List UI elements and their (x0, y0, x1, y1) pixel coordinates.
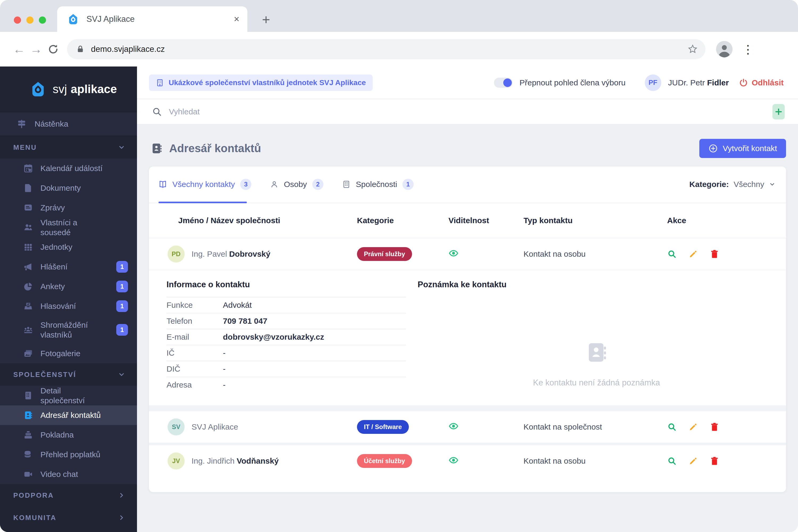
row-separator (149, 443, 786, 445)
sidebar-item-units[interactable]: Jednotky (0, 237, 137, 257)
main-area: Ukázkové společenství vlastníků jednotek… (137, 66, 798, 532)
new-tab-button[interactable]: + (262, 13, 270, 26)
user-first-name: JUDr. Petr (668, 78, 705, 87)
category-filter[interactable]: Kategorie: Všechny (689, 180, 775, 189)
visibility-eye-icon[interactable] (449, 421, 459, 431)
sidebar-item-messages[interactable]: Zprávy (0, 198, 137, 217)
sidebar-section-society[interactable]: SPOLEČENSTVÍ (0, 363, 137, 386)
quick-add-button[interactable] (773, 104, 785, 119)
contact-book-icon (151, 142, 163, 155)
column-header-actions: Akce (667, 216, 775, 225)
sidebar-item-dashboard[interactable]: Nástěnka (0, 112, 137, 136)
info-row: E-mail dobrovsky@vzorukazky.cz (167, 329, 406, 345)
delete-contact-icon[interactable] (710, 456, 719, 466)
sidebar-item-owners[interactable]: Vlastníci a sousedé (0, 217, 137, 237)
association-badge[interactable]: Ukázkové společenství vlastníků jednotek… (149, 75, 373, 91)
sidebar-section-contact-person[interactable]: KONTAKTNÍ OSOBA (0, 529, 137, 532)
sidebar-item-label: Jednotky (40, 242, 72, 252)
toggle-label: Přepnout pohled člena výboru (519, 78, 626, 87)
power-icon[interactable] (739, 78, 748, 87)
bookmark-star-icon[interactable] (687, 44, 698, 55)
browser-menu-icon[interactable]: ⋮ (742, 42, 754, 56)
edit-contact-icon[interactable] (688, 422, 698, 432)
create-contact-button[interactable]: Vytvořit kontakt (699, 139, 786, 158)
calendar-icon (23, 164, 33, 173)
sidebar-item-photo-gallery[interactable]: Fotogalerie (0, 344, 137, 363)
info-row: Adresa - (167, 377, 406, 393)
sidebar-section-community[interactable]: KOMUNITA (0, 507, 137, 529)
sidebar-item-polls[interactable]: Ankety 1 (0, 277, 137, 296)
url-bar[interactable]: demo.svjaplikace.cz (67, 39, 705, 59)
maximize-window-button[interactable] (39, 17, 46, 24)
lock-icon (76, 45, 84, 54)
sidebar-section-menu[interactable]: MENU (0, 136, 137, 158)
minimize-window-button[interactable] (26, 17, 34, 24)
plus-circle-icon (708, 144, 718, 153)
field-value: Advokát (223, 301, 252, 310)
edit-contact-icon[interactable] (688, 249, 698, 259)
back-button[interactable]: ← (11, 42, 28, 56)
note-empty-text: Ke kontaktu není žádná poznámka (533, 378, 660, 387)
search-bar (137, 99, 798, 124)
section-label: KOMUNITA (13, 514, 56, 522)
tab-close-icon[interactable]: × (234, 14, 240, 24)
window-controls[interactable] (14, 17, 46, 24)
tab-persons[interactable]: Osoby 2 (270, 179, 323, 190)
table-row[interactable]: PD Ing. PavelDobrovský Právní služby Kon… (149, 238, 786, 270)
sidebar-item-fees[interactable]: Přehled poplatků (0, 445, 137, 464)
tab-count-badge: 2 (312, 179, 323, 190)
sidebar-item-documents[interactable]: Dokumenty (0, 178, 137, 198)
tab-all-contacts[interactable]: Všechny kontakty 3 (158, 179, 251, 190)
visibility-eye-icon[interactable] (449, 248, 459, 258)
sidebar-society-group: Detail společenství Adresář kontaktů (0, 386, 137, 484)
contact-name-bold: Vodňanský (237, 456, 279, 465)
people-icon (23, 223, 33, 232)
contact-info-title: Informace o kontaktu (167, 280, 406, 289)
browser-profile-avatar[interactable] (716, 41, 733, 57)
logout-button[interactable]: Odhlásit (752, 78, 784, 87)
info-row: DIČ - (167, 361, 406, 377)
association-name: Ukázkové společenství vlastníků jednotek… (169, 78, 366, 87)
delete-contact-icon[interactable] (710, 249, 719, 259)
sidebar-item-contacts[interactable]: Adresář kontaktů (0, 405, 137, 425)
tab-companies[interactable]: Společnosti 1 (342, 179, 414, 190)
column-header-category: Kategorie (357, 216, 449, 225)
topbar-right: Přepnout pohled člena výboru PF JUDr. Pe… (494, 75, 784, 91)
visibility-eye-icon[interactable] (449, 455, 459, 465)
view-contact-icon[interactable] (667, 249, 677, 259)
field-value: - (223, 380, 226, 390)
ballot-box-icon (23, 301, 33, 311)
reload-button[interactable] (45, 43, 62, 55)
sidebar-item-assembly[interactable]: Shromáždění vlastníků 1 (0, 316, 137, 344)
forward-button[interactable]: → (28, 42, 45, 56)
sidebar-item-label: Fotogalerie (40, 348, 80, 359)
sidebar-item-voting[interactable]: Hlasování 1 (0, 296, 137, 316)
contact-name: Ing. JindřichVodňanský (191, 456, 279, 466)
table-row[interactable]: JV Ing. JindřichVodňanský Účetní služby … (149, 445, 786, 477)
view-contact-icon[interactable] (667, 456, 677, 466)
table-header: Jméno / Název společnosti Kategorie Vidi… (149, 203, 786, 238)
contact-name-regular: Ing. Jindřich (191, 456, 234, 465)
sidebar-item-society-detail[interactable]: Detail společenství (0, 386, 137, 405)
sidebar-item-cash-desk[interactable]: Pokladna (0, 425, 137, 445)
user-avatar[interactable]: PF (645, 75, 661, 91)
field-label: Funkce (167, 301, 223, 310)
contact-note-title: Poznámka ke kontaktu (418, 280, 775, 289)
sidebar-item-calendar[interactable]: Kalendář událostí (0, 158, 137, 178)
close-window-button[interactable] (14, 17, 21, 24)
board-view-toggle[interactable] (494, 78, 513, 88)
edit-contact-icon[interactable] (688, 456, 698, 466)
app-logo[interactable]: svj aplikace (0, 66, 137, 112)
tab-count-badge: 1 (402, 179, 414, 190)
browser-tab[interactable]: SVJ Aplikace × (57, 6, 247, 32)
sidebar-item-video-chat[interactable]: Video chat (0, 464, 137, 484)
delete-contact-icon[interactable] (710, 422, 719, 432)
info-row: IČ - (167, 345, 406, 361)
sidebar-item-announcements[interactable]: Hlášení 1 (0, 257, 137, 277)
view-contact-icon[interactable] (667, 422, 677, 432)
sidebar-section-support[interactable]: PODPORA (0, 484, 137, 507)
search-input[interactable] (168, 107, 766, 116)
row-actions (667, 249, 775, 259)
contact-name: Ing. PavelDobrovský (191, 249, 270, 259)
table-row[interactable]: SV SVJ Aplikace IT / Software Kontakt na… (149, 411, 786, 443)
